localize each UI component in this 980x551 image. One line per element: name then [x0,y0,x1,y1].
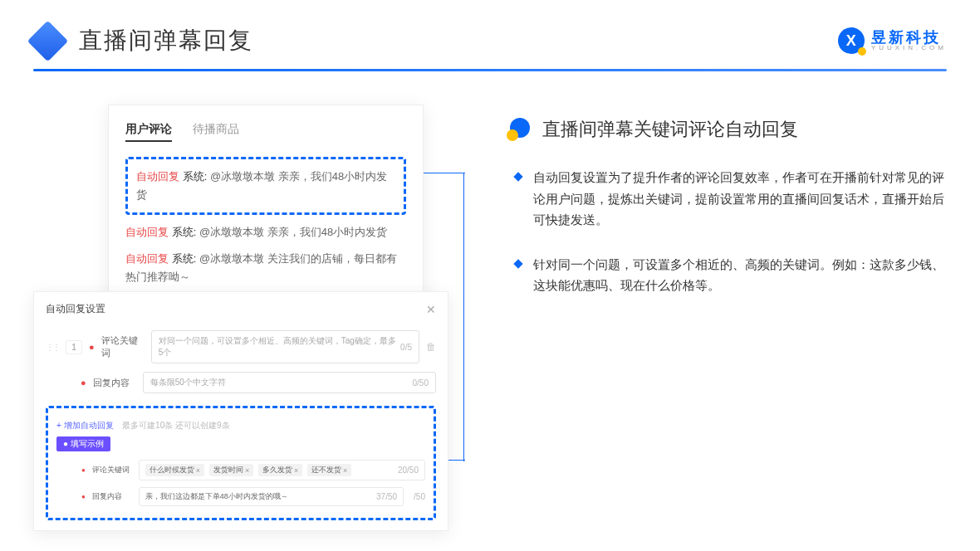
content-input[interactable]: 每条限50个中文字符 0/50 [143,372,436,393]
content-counter: 0/50 [413,378,429,388]
brand-logo: X 昱新科技 YUUXIN.COM [838,27,947,54]
comment-row: 自动回复 系统: @冰墩墩本墩 关注我们的店铺，每日都有热门推荐呦～ [125,250,406,286]
tab-user-comments[interactable]: 用户评论 [125,122,172,142]
dialog-header: 自动回复设置 ✕ [46,302,436,316]
highlighted-comment: 自动回复 系统: @冰墩墩本墩 亲亲，我们48小时内发货 [125,157,406,215]
trash-icon[interactable]: 🗑 [426,341,436,353]
example-keyword-input[interactable]: 什么时候发货× 发货时间× 多久发货× 还不发货× 20/50 [139,460,425,480]
connector-line [424,173,465,173]
required-dot: ● [81,378,86,388]
cube-icon [27,20,68,61]
keyword-tag[interactable]: 发货时间× [209,464,253,476]
keyword-label: 评论关键词 [101,334,145,359]
auto-reply-settings-dialog: 自动回复设置 ✕ ⋮⋮ 1 ● 评论关键词 对同一个问题，可设置多个相近、高频的… [33,291,448,531]
system-label: 系统: [172,226,197,238]
diamond-bullet-icon [513,259,522,268]
example-kw-label: 评论关键词 [92,465,132,475]
section-title: 直播间弹幕关键词评论自动回复 [542,117,798,142]
bullet-text: 针对同一个问题，可设置多个相近的、高频的关键词。例如：这款多少钱、这块能优惠吗、… [533,254,947,296]
bullet-point: 自动回复设置为了提升作者的评论回复效率，作者可在开播前针对常见的评论用户问题，提… [507,167,947,231]
add-reply-row: + 增加自动回复 最多可建10条 还可以创建9条 [56,417,425,432]
add-reply-button[interactable]: + 增加自动回复 [56,421,114,430]
example-content-row: ● 回复内容 亲，我们这边都是下单48小时内发货的哦～ 37/50 /50 [56,484,425,510]
auto-reply-tag: 自动回复 [125,252,169,265]
bubble-icon [507,118,530,141]
screenshot-panel: 用户评论 待播商品 自动回复 系统: @冰墩墩本墩 亲亲，我们48小时内发货 自… [33,105,465,531]
add-reply-hint: 最多可建10条 还可以创建9条 [122,421,229,430]
section-header: 直播间弹幕关键词评论自动回复 [507,117,947,142]
content-placeholder: 每条限50个中文字符 [150,377,226,388]
keyword-counter: 0/5 [400,343,412,352]
comment-row: 自动回复 系统: @冰墩墩本墩 亲亲，我们48小时内发货 [125,223,406,241]
card-tabs: 用户评论 待播商品 [125,122,406,142]
comment-row: 自动回复 系统: @冰墩墩本墩 亲亲，我们48小时内发货 [136,168,395,204]
tab-pending-products[interactable]: 待播商品 [193,122,239,142]
example-ct-label: 回复内容 [92,491,132,502]
required-dot: ● [81,493,86,500]
example-badge: ● 填写示例 [56,436,110,451]
logo-name: 昱新科技 [871,30,947,45]
row-number: 1 [66,340,82,354]
content-row: ● 回复内容 每条限50个中文字符 0/50 [46,368,436,397]
example-kw-counter: 20/50 [398,466,419,475]
example-keyword-row: ● 评论关键词 什么时候发货× 发货时间× 多久发货× 还不发货× 20/50 [56,456,425,484]
keyword-tag[interactable]: 还不发货× [307,464,351,476]
drag-handle-icon[interactable]: ⋮⋮ [46,343,59,352]
comment-text: @冰墩墩本墩 亲亲，我们48小时内发货 [199,226,387,238]
logo-domain: YUUXIN.COM [871,45,947,51]
system-label: 系统: [172,252,197,265]
page-title: 直播间弹幕回复 [79,25,253,56]
content-label: 回复内容 [93,377,136,389]
example-content-text: 亲，我们这边都是下单48小时内发货的哦～ [145,491,288,502]
system-label: 系统: [183,170,208,183]
keyword-input[interactable]: 对同一个问题，可设置多个相近、高频的关键词，Tag确定，最多5个 0/5 [151,330,419,363]
description-panel: 直播间弹幕关键词评论自动回复 自动回复设置为了提升作者的评论回复效率，作者可在开… [507,105,947,531]
dialog-title: 自动回复设置 [46,302,105,316]
keyword-placeholder: 对同一个问题，可设置多个相近、高频的关键词，Tag确定，最多5个 [159,335,400,358]
keyword-tag[interactable]: 多久发货× [258,464,302,476]
bullet-point: 针对同一个问题，可设置多个相近的、高频的关键词。例如：这款多少钱、这块能优惠吗、… [507,254,947,296]
outer-counter: /50 [414,492,425,501]
page-header: 直播间弹幕回复 X 昱新科技 YUUXIN.COM [0,0,980,69]
bullet-text: 自动回复设置为了提升作者的评论回复效率，作者可在开播前针对常见的评论用户问题，提… [533,167,947,231]
logo-badge-icon: X [838,27,865,54]
required-dot: ● [89,342,95,352]
example-section: + 增加自动回复 最多可建10条 还可以创建9条 ● 填写示例 ● 评论关键词 … [46,406,436,520]
connector-line [447,460,465,461]
close-icon[interactable]: ✕ [426,303,436,316]
required-dot: ● [81,466,86,474]
comments-card: 用户评论 待播商品 自动回复 系统: @冰墩墩本墩 亲亲，我们48小时内发货 自… [108,105,424,312]
keyword-tag[interactable]: 什么时候发货× [145,464,204,476]
example-ct-counter: 37/50 [376,492,397,501]
auto-reply-tag: 自动回复 [136,170,179,183]
example-tags: 什么时候发货× 发货时间× 多久发货× 还不发货× [145,464,354,476]
example-content-input[interactable]: 亲，我们这边都是下单48小时内发货的哦～ 37/50 [139,487,404,506]
keyword-row: ⋮⋮ 1 ● 评论关键词 对同一个问题，可设置多个相近、高频的关键词，Tag确定… [46,326,436,368]
auto-reply-tag: 自动回复 [125,226,169,238]
connector-line [463,173,464,461]
diamond-bullet-icon [513,172,522,181]
